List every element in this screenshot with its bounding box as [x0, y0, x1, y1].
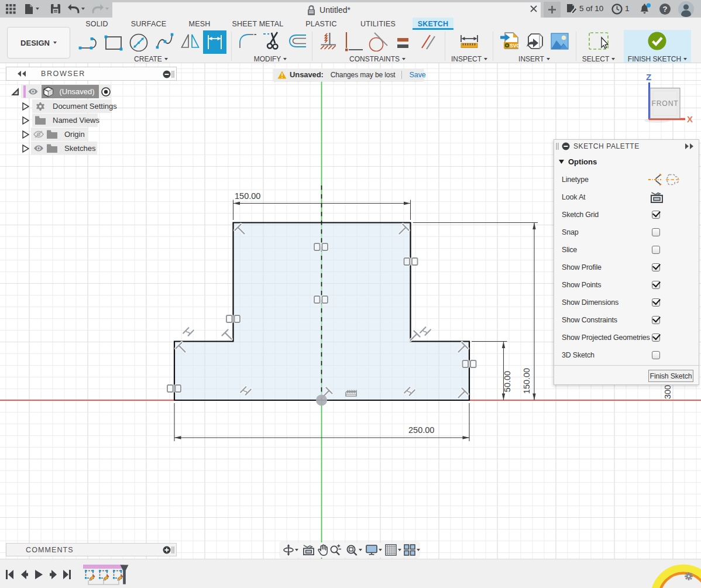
origin-point[interactable]	[316, 395, 327, 406]
tab-solid[interactable]: SOLID	[84, 18, 110, 30]
show-dimensions-checkbox[interactable]	[652, 298, 660, 307]
collapse-panel-icon[interactable]	[17, 71, 26, 77]
panel-minimize-icon[interactable]	[163, 70, 171, 78]
timeline-position-marker[interactable]	[120, 565, 129, 584]
line-tool-icon[interactable]	[78, 30, 99, 51]
browser-panel-header[interactable]: BROWSER	[6, 67, 177, 81]
tab-surface[interactable]: SURFACE	[130, 18, 167, 30]
zoom-icon[interactable]	[329, 544, 341, 556]
panel-drag-handle[interactable]	[171, 71, 174, 78]
grid-settings-icon[interactable]	[385, 544, 397, 556]
measure-tool-icon[interactable]	[459, 30, 480, 51]
dim-bottom-width-value[interactable]: 250.00	[408, 425, 434, 435]
zoom-fit-icon[interactable]	[346, 544, 358, 556]
sketch-palette-header[interactable]: SKETCH PALETTE	[554, 140, 699, 153]
show-points-checkbox[interactable]	[652, 281, 660, 289]
trim-tool-icon[interactable]	[262, 30, 283, 51]
group-inspect[interactable]: INSPECT	[440, 55, 499, 63]
timeline-skip-end-icon[interactable]	[63, 570, 71, 579]
dim-top-width-value[interactable]: 150.00	[235, 191, 260, 201]
redo-caret[interactable]	[105, 8, 109, 10]
redo-icon[interactable]	[91, 0, 105, 18]
group-select[interactable]: SELECT	[569, 55, 628, 63]
vertical-horizontal-constraint-icon[interactable]	[343, 30, 364, 51]
finish-sketch-button[interactable]: Finish Sketch	[648, 370, 693, 382]
app-grid-icon[interactable]	[5, 0, 16, 18]
construction-linetype-icon[interactable]	[648, 173, 662, 186]
view-cube[interactable]: Z FRONT X	[635, 64, 701, 128]
comments-drag-handle[interactable]	[171, 546, 174, 553]
browser-item-label[interactable]: Sketches	[64, 144, 95, 153]
tab-sketch[interactable]: SKETCH	[413, 18, 453, 30]
fixed-constraint-icon[interactable]	[319, 30, 341, 51]
dim-clipped-value[interactable]: 300	[663, 385, 672, 399]
dimension-tool-icon[interactable]	[203, 30, 226, 54]
timeline-step-back-icon[interactable]	[20, 570, 29, 579]
projected-linetype-icon[interactable]	[666, 174, 680, 185]
job-status-icon[interactable]	[566, 0, 578, 18]
timeline-feature-sketch1[interactable]	[84, 569, 96, 581]
pan-hand-icon[interactable]	[318, 544, 328, 556]
group-finish-sketch[interactable]: FINISH SKETCH	[624, 55, 691, 63]
root-document-name[interactable]: (Unsaved)	[60, 87, 95, 96]
assistant-ring[interactable]	[648, 550, 701, 588]
undo-caret[interactable]	[81, 8, 85, 10]
parallel-constraint-icon[interactable]	[418, 30, 439, 51]
options-section-header[interactable]: Options	[559, 157, 597, 166]
activate-radio-icon[interactable]	[101, 87, 111, 97]
file-menu-caret[interactable]	[36, 8, 39, 10]
grid-settings-caret[interactable]	[398, 549, 401, 551]
browser-root-row[interactable]: (Unsaved)	[0, 85, 111, 98]
collapse-arrow-icon[interactable]	[22, 130, 29, 139]
browser-item-label[interactable]: Named Views	[53, 116, 99, 125]
orbit-caret[interactable]	[295, 549, 298, 551]
document-tab[interactable]: Untitled*	[112, 2, 541, 18]
timeline-step-forward-icon[interactable]	[49, 570, 57, 579]
browser-item-origin[interactable]: Origin	[0, 128, 85, 141]
sketch-grid-checkbox[interactable]	[652, 211, 660, 219]
viewports-icon[interactable]	[404, 544, 415, 556]
display-settings-caret[interactable]	[379, 549, 382, 551]
decal-tool-icon[interactable]	[524, 30, 545, 51]
clock-icon[interactable]	[611, 0, 623, 18]
spline-tool-icon[interactable]	[154, 30, 176, 51]
finish-sketch-icon[interactable]	[647, 31, 668, 52]
orbit-icon[interactable]	[283, 544, 294, 556]
browser-item-document-settings[interactable]: Document Settings	[0, 99, 117, 113]
3d-sketch-checkbox[interactable]	[652, 351, 660, 359]
show-constraints-checkbox[interactable]	[652, 316, 660, 324]
browser-item-label[interactable]: Document Settings	[53, 102, 117, 111]
save-link[interactable]: Save	[410, 71, 426, 79]
equal-constraint-icon[interactable]	[392, 30, 413, 51]
palette-expand-icon[interactable]	[685, 143, 694, 149]
dim-step-height-value[interactable]: 50.00	[503, 371, 512, 392]
avatar[interactable]	[678, 0, 694, 18]
canvas-image-icon[interactable]	[549, 30, 570, 51]
viewports-caret[interactable]	[417, 549, 420, 551]
palette-drag-handle[interactable]	[556, 143, 559, 150]
expand-arrow-icon[interactable]	[11, 87, 19, 96]
palette-minimize-icon[interactable]	[562, 142, 570, 150]
zoom-fit-caret[interactable]	[359, 549, 362, 551]
mirror-tool-icon[interactable]	[180, 30, 201, 51]
tab-mesh[interactable]: MESH	[187, 18, 212, 30]
rectangle-tool-icon[interactable]	[103, 30, 124, 51]
visibility-eye-icon[interactable]	[28, 88, 38, 95]
display-settings-icon[interactable]	[366, 544, 377, 556]
slice-checkbox[interactable]	[652, 246, 660, 254]
visibility-eye-icon[interactable]	[33, 145, 44, 152]
collapse-arrow-icon[interactable]	[22, 116, 29, 125]
visibility-off-icon[interactable]	[33, 130, 44, 138]
collapse-arrow-icon[interactable]	[22, 145, 29, 153]
notification-bell-icon[interactable]	[639, 0, 652, 18]
insert-svg-icon[interactable]: SVG	[500, 30, 521, 51]
look-at-view-icon[interactable]	[303, 545, 314, 555]
group-insert[interactable]: INSERT	[505, 55, 563, 63]
tab-plastic[interactable]: PLASTIC	[304, 18, 339, 30]
help-icon[interactable]: ?	[659, 0, 671, 18]
circle-tool-icon[interactable]	[128, 30, 149, 51]
add-comment-icon[interactable]	[163, 546, 171, 554]
dim-step-height[interactable]	[472, 342, 507, 401]
group-create[interactable]: CREATE	[122, 55, 180, 63]
tab-close-icon[interactable]	[526, 0, 541, 18]
